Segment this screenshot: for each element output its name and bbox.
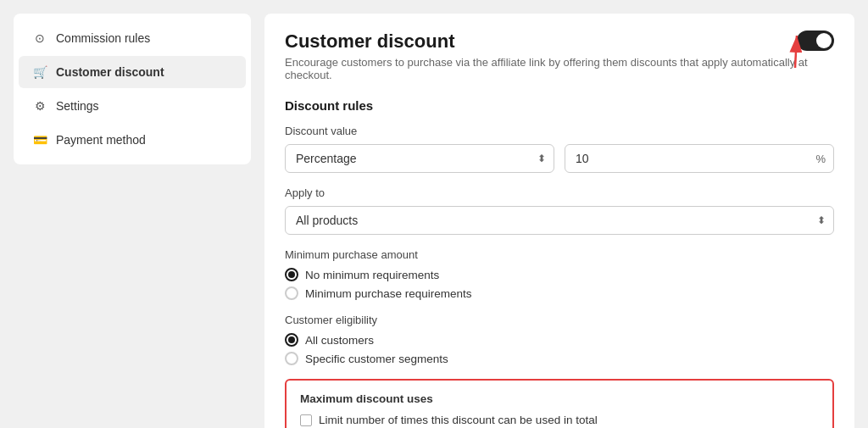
apply-to-label: Apply to bbox=[285, 186, 834, 199]
sidebar-item-customer-discount[interactable]: 🛒 Customer discount bbox=[19, 56, 246, 88]
radio-specific-segments-label: Specific customer segments bbox=[305, 353, 448, 365]
radio-all-customers[interactable]: All customers bbox=[285, 333, 834, 347]
gear-icon: ⚙ bbox=[32, 98, 47, 114]
discount-rules-title: Discount rules bbox=[285, 98, 834, 113]
radio-min-purchase[interactable]: Minimum purchase requirements bbox=[285, 286, 834, 300]
checkbox-limit-total[interactable]: Limit number of times this discount can … bbox=[300, 414, 819, 426]
checkbox-limit-total-label: Limit number of times this discount can … bbox=[319, 414, 598, 426]
min-purchase-label: Minimum purchase amount bbox=[285, 248, 834, 261]
radio-min-purchase-label: Minimum purchase requirements bbox=[305, 287, 472, 300]
discount-type-wrapper: Percentage Fixed amount ⬍ bbox=[285, 144, 554, 173]
discount-value-label: Discount value bbox=[285, 125, 834, 137]
radio-no-minimum-circle bbox=[285, 268, 298, 281]
sidebar-item-label: Commission rules bbox=[56, 31, 150, 45]
sidebar: ⊙ Commission rules 🛒 Customer discount ⚙… bbox=[14, 14, 251, 164]
radio-specific-segments-circle bbox=[285, 352, 298, 365]
radio-all-customers-circle bbox=[285, 333, 298, 347]
content-card: Customer discount Encourage customers to… bbox=[264, 14, 854, 428]
radio-no-minimum-label: No minimum requirements bbox=[305, 269, 439, 281]
customer-eligibility-label: Customer eligibility bbox=[285, 314, 834, 326]
discount-value-row: Percentage Fixed amount ⬍ % bbox=[285, 144, 834, 173]
radio-min-purchase-circle bbox=[285, 286, 298, 300]
discount-amount-wrapper: % bbox=[565, 144, 834, 173]
sidebar-item-commission-rules[interactable]: ⊙ Commission rules bbox=[19, 22, 246, 54]
enable-toggle[interactable] bbox=[797, 31, 834, 51]
commission-icon: ⊙ bbox=[32, 31, 47, 46]
sidebar-item-payment-method[interactable]: 💳 Payment method bbox=[19, 124, 246, 156]
sidebar-item-label: Payment method bbox=[56, 133, 146, 147]
payment-icon: 💳 bbox=[32, 132, 47, 147]
checkbox-limit-total-box[interactable] bbox=[300, 414, 312, 426]
page-subtitle: Encourage customers to purchase via the … bbox=[285, 56, 834, 81]
apply-to-select[interactable]: All products Specific products Specific … bbox=[285, 206, 834, 235]
max-discount-uses-title: Maximum discount uses bbox=[300, 392, 819, 405]
radio-all-customers-label: All customers bbox=[305, 334, 374, 347]
min-purchase-group: Minimum purchase amount No minimum requi… bbox=[285, 248, 834, 300]
cart-icon: 🛒 bbox=[32, 64, 47, 80]
discount-amount-input[interactable] bbox=[565, 144, 834, 173]
page-title: Customer discount bbox=[285, 31, 454, 53]
apply-to-wrapper: All products Specific products Specific … bbox=[285, 206, 834, 235]
page-header: Customer discount bbox=[285, 31, 834, 53]
radio-specific-segments[interactable]: Specific customer segments bbox=[285, 352, 834, 365]
sidebar-item-label: Customer discount bbox=[56, 65, 164, 79]
customer-eligibility-group: Customer eligibility All customers Speci… bbox=[285, 314, 834, 365]
sidebar-item-label: Settings bbox=[56, 99, 99, 113]
max-discount-uses-box: Maximum discount uses Limit number of ti… bbox=[285, 379, 834, 428]
main-content: Customer discount Encourage customers to… bbox=[251, 0, 868, 428]
radio-no-minimum[interactable]: No minimum requirements bbox=[285, 268, 834, 281]
sidebar-item-settings[interactable]: ⚙ Settings bbox=[19, 90, 246, 122]
discount-type-select[interactable]: Percentage Fixed amount bbox=[285, 144, 554, 173]
page-title-group: Customer discount bbox=[285, 31, 454, 53]
